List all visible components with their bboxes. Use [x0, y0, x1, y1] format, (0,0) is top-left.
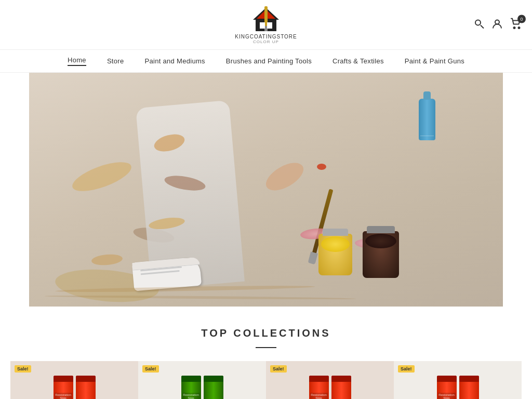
blue-bottle [419, 99, 435, 140]
products-row: Sale! Restoration Stop Sale! [10, 361, 522, 399]
can-label-3a: Restoration Stop [310, 393, 328, 400]
svg-line-8 [481, 25, 484, 28]
dark-paint [365, 234, 396, 248]
collections-title: TOP COLLECTIONS [10, 327, 522, 339]
sale-badge-4: Sale! [398, 365, 415, 373]
can-rim-4a [437, 376, 457, 382]
can-rim-1b [76, 376, 96, 382]
hero-image [29, 73, 503, 307]
can-label-1a: Restoration Stop [55, 393, 72, 400]
dark-can [363, 231, 399, 278]
mini-can-2a: Restoration Stop [181, 376, 201, 400]
svg-point-11 [518, 27, 520, 29]
product-card-3[interactable]: Sale! Restoration Stop [266, 361, 394, 399]
mini-can-1a: Restoration Stop [54, 376, 73, 400]
nav-store[interactable]: Store [107, 57, 124, 65]
product-card-1[interactable]: Sale! Restoration Stop [10, 361, 138, 399]
header-icons: 0 [474, 18, 522, 32]
shoe-left [132, 257, 202, 291]
logo-icon [250, 5, 282, 34]
mini-can-1b [76, 376, 96, 400]
nav-brushes[interactable]: Brushes and Painting Tools [226, 57, 312, 65]
can-rim-3b [331, 376, 351, 382]
collections-section: TOP COLLECTIONS Sale! Restoration Stop [0, 307, 532, 399]
nav-paint-guns[interactable]: Paint & Paint Guns [405, 57, 464, 65]
bottle-label-line [420, 136, 434, 136]
mini-can-2b [204, 376, 223, 400]
cart-icon[interactable]: 0 [510, 18, 522, 32]
mini-can-4a: Restoration Stop [437, 376, 457, 400]
logo[interactable]: KINGCOATINGSTORE COLOR UP [235, 5, 297, 44]
account-icon[interactable] [492, 18, 502, 31]
product-image-2: Sale! Restoration Stop [138, 361, 266, 399]
product-card-4[interactable]: Sale! Restoration Stop [394, 361, 522, 399]
search-icon[interactable] [474, 18, 484, 31]
yellow-paint [321, 236, 350, 252]
svg-point-10 [514, 27, 515, 29]
mini-can-3a: Restoration Stop [309, 376, 329, 400]
collections-divider [256, 347, 276, 348]
logo-text: KINGCOATINGSTORE [235, 34, 297, 39]
product-card-2[interactable]: Sale! Restoration Stop [138, 361, 266, 399]
yellow-can [318, 234, 352, 275]
logo-subtext: COLOR UP [253, 39, 279, 44]
can-label-4a: Restoration Stop [438, 393, 456, 400]
can-label-2a: Restoration Stop [182, 393, 200, 400]
can-rim-2b [204, 376, 223, 382]
can-rim-1a [54, 376, 73, 382]
can-rim-2a [181, 376, 201, 382]
svg-point-7 [475, 20, 481, 25]
svg-rect-6 [267, 22, 272, 29]
mini-can-4b [459, 376, 479, 400]
svg-rect-5 [260, 22, 265, 29]
sale-badge-2: Sale! [142, 365, 159, 373]
nav-crafts[interactable]: Crafts & Textiles [332, 57, 384, 65]
nav-home[interactable]: Home [68, 56, 86, 66]
painter-scene [29, 73, 503, 307]
cart-count: 0 [517, 15, 526, 23]
mini-can-3b [331, 376, 351, 400]
product-image-4: Sale! Restoration Stop [394, 361, 522, 399]
blue-bottle-cap [423, 91, 431, 100]
sale-badge-1: Sale! [15, 365, 31, 373]
dark-can-rim [367, 226, 395, 233]
product-image-1: Sale! Restoration Stop [10, 361, 138, 399]
nav-paint-mediums[interactable]: Paint and Mediums [144, 57, 205, 65]
red-paint-finger [317, 164, 326, 170]
can-rim-3a [309, 376, 329, 382]
header: KINGCOATINGSTORE COLOR UP 0 [0, 0, 532, 50]
sale-badge-3: Sale! [270, 365, 287, 373]
hero-container [0, 73, 532, 307]
svg-point-9 [495, 20, 499, 24]
main-nav: Home Store Paint and Mediums Brushes and… [0, 50, 532, 73]
can-rim-4b [459, 376, 479, 382]
product-image-3: Sale! Restoration Stop [266, 361, 394, 399]
yellow-can-rim [323, 229, 348, 236]
